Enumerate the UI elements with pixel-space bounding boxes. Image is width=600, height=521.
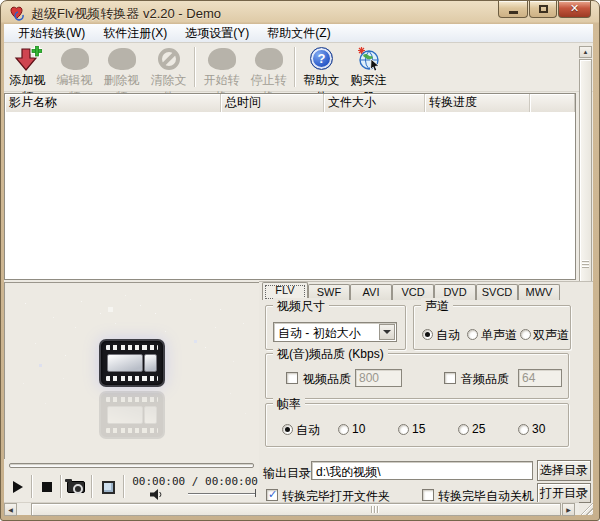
radio-channel-stereo[interactable] — [520, 329, 531, 340]
column-header-total-time[interactable]: 总时间 — [221, 94, 324, 112]
buy-register-button[interactable]: 购买注册 — [345, 45, 392, 91]
radio-label[interactable]: 单声道 — [481, 327, 517, 344]
control-separator — [60, 475, 61, 498]
radio-label[interactable]: 双声道 — [533, 327, 569, 344]
close-icon: ✕ — [570, 2, 579, 14]
scroll-left-arrow[interactable]: ◀ — [4, 503, 17, 516]
film-strip-reflection — [99, 391, 165, 439]
video-preview[interactable] — [4, 282, 259, 459]
stop-convert-icon — [255, 48, 283, 70]
vertical-scrollbar-thumb[interactable] — [579, 59, 592, 288]
tab-svcd[interactable]: SVCD — [476, 284, 518, 300]
menu-bar: 开始转换(W) 软件注册(X) 选项设置(Y) 帮助文件(Z) — [4, 24, 593, 43]
column-header-progress[interactable]: 转换进度 — [425, 94, 530, 112]
play-icon — [13, 481, 23, 493]
toolbar-separator — [194, 47, 196, 87]
horizontal-scrollbar-thumb[interactable] — [31, 503, 561, 516]
scroll-up-arrow[interactable]: ▲ — [579, 46, 592, 58]
stop-convert-button[interactable]: 停止转换 — [245, 45, 292, 91]
checkbox-label[interactable]: 视频品质 — [303, 371, 351, 388]
vertical-scrollbar-grip — [582, 259, 589, 268]
radio-channel-mono[interactable] — [467, 329, 478, 340]
minimize-button[interactable] — [498, 1, 528, 18]
radio-label[interactable]: 30 — [532, 422, 545, 436]
menu-start-convert[interactable]: 开始转换(W) — [9, 23, 94, 44]
seek-track[interactable] — [9, 463, 254, 468]
edit-video-button[interactable]: 编辑视频 — [51, 45, 98, 91]
radio-channel-auto[interactable] — [422, 329, 433, 340]
close-button[interactable]: ✕ — [558, 1, 591, 18]
menu-options[interactable]: 选项设置(Y) — [176, 23, 258, 44]
video-size-select[interactable]: 自动 - 初始大小 — [273, 322, 397, 342]
file-list[interactable]: 影片名称 总时间 文件大小 转换进度 — [4, 93, 576, 280]
speaker-icon[interactable] — [150, 489, 163, 500]
choose-dir-button[interactable]: 选择目录 — [537, 460, 591, 481]
column-header-movie-name[interactable]: 影片名称 — [5, 94, 221, 112]
vertical-scrollbar[interactable]: ▲ — [579, 46, 592, 292]
snapshot-button[interactable] — [64, 475, 88, 499]
dropdown-button[interactable] — [379, 324, 395, 340]
toolbar: 添加视频 编辑视频 删除视频 清除文件 开始转换 停止转换 ? 帮助文件 — [4, 43, 593, 92]
radio-label[interactable]: 15 — [412, 422, 425, 436]
control-separator — [31, 475, 32, 498]
group-label: 帧率 — [273, 396, 305, 413]
delete-video-icon — [108, 48, 136, 70]
tab-mwv[interactable]: MWV — [518, 284, 560, 300]
tab-avi[interactable]: AVI — [350, 284, 392, 300]
maximize-button[interactable] — [529, 1, 557, 18]
film-strip-icon — [99, 339, 165, 387]
column-header-empty[interactable] — [530, 94, 575, 112]
radio-fps-10[interactable] — [338, 424, 349, 435]
radio-fps-25[interactable] — [458, 424, 469, 435]
menu-register[interactable]: 软件注册(X) — [94, 23, 176, 44]
stop-button[interactable] — [36, 475, 58, 499]
radio-fps-auto[interactable] — [282, 424, 293, 435]
checkbox-shutdown-after[interactable] — [422, 489, 434, 501]
file-list-header: 影片名称 总时间 文件大小 转换进度 — [5, 94, 575, 112]
horizontal-scrollbar[interactable]: ◀ ▶ — [4, 502, 579, 515]
radio-fps-30[interactable] — [518, 424, 529, 435]
checkbox-label[interactable]: 音频品质 — [461, 371, 509, 388]
scroll-down-arrow[interactable]: ▼ — [582, 488, 589, 495]
clear-files-button[interactable]: 清除文件 — [145, 45, 192, 91]
control-separator — [123, 475, 124, 498]
fullscreen-button[interactable] — [96, 475, 120, 499]
scroll-right-arrow[interactable]: ▶ — [562, 503, 575, 516]
menu-help[interactable]: 帮助文件(Z) — [258, 23, 339, 44]
audio-quality-input[interactable]: 64 — [518, 369, 562, 387]
checkbox-open-folder-after[interactable] — [266, 489, 278, 501]
radio-label[interactable]: 10 — [352, 422, 365, 436]
column-header-file-size[interactable]: 文件大小 — [324, 94, 425, 112]
chevron-down-icon — [383, 330, 391, 334]
toolbar-separator — [294, 47, 296, 87]
horizontal-scrollbar-grip — [371, 506, 380, 513]
radio-label[interactable]: 自动 — [296, 422, 320, 439]
help-file-button[interactable]: ? 帮助文件 — [298, 45, 345, 91]
radio-label[interactable]: 25 — [472, 422, 485, 436]
frame-icon — [102, 481, 115, 494]
checkbox-audio-quality[interactable] — [444, 372, 456, 384]
camera-icon — [67, 481, 85, 493]
starfield — [5, 283, 6, 284]
start-convert-button[interactable]: 开始转换 — [198, 45, 245, 91]
video-quality-input[interactable]: 800 — [355, 369, 402, 387]
delete-video-button[interactable]: 删除视频 — [98, 45, 145, 91]
radio-fps-15[interactable] — [398, 424, 409, 435]
add-video-button[interactable]: 添加视频 — [4, 45, 51, 91]
maximize-icon — [539, 5, 548, 13]
buy-register-icon — [356, 46, 382, 72]
output-dir-input[interactable]: d:\我的视频\ — [311, 461, 533, 480]
play-button[interactable] — [8, 475, 28, 499]
radio-label[interactable]: 自动 — [436, 327, 460, 344]
group-label: 视(音)频品质 (Kbps) — [273, 346, 388, 363]
minimize-icon — [509, 11, 518, 14]
add-video-icon — [14, 46, 42, 72]
group-label: 声道 — [421, 298, 453, 315]
control-separator — [91, 475, 92, 498]
seek-bar[interactable] — [4, 459, 259, 472]
playback-time: 00:00:00 / 00:00:00 — [130, 475, 258, 488]
title-bar[interactable]: 超级Flv视频转换器 v2.20 - Demo ✕ — [1, 1, 600, 24]
start-convert-icon — [208, 48, 236, 70]
checkbox-video-quality[interactable] — [286, 372, 298, 384]
volume-slider[interactable] — [188, 489, 256, 499]
